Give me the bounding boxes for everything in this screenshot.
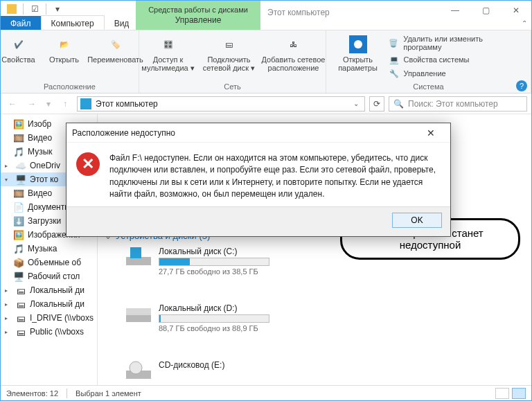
add-network-location-button[interactable]: 🖧Добавить сетевое расположение (262, 33, 326, 73)
this-pc-icon (80, 98, 91, 109)
drive-usage-bar (159, 314, 269, 323)
drive-icon (125, 247, 152, 267)
tree-item-icon: ☁️ (15, 160, 26, 171)
tab-view[interactable]: Вид (105, 16, 139, 31)
ribbon-collapse-icon[interactable]: ⌃ (522, 19, 527, 27)
drive-free-text: 27,7 ГБ свободно из 38,5 ГБ (159, 267, 269, 276)
tree-item[interactable]: 🖴I_DRIVE (\\vboxs (1, 311, 97, 325)
tab-file[interactable]: Файл (1, 16, 41, 31)
tree-item-label: Видео (28, 188, 52, 198)
search-input[interactable]: 🔍 Поиск: Этот компьютер (389, 96, 527, 112)
ribbon-tabs: Файл Компьютер Вид (1, 16, 139, 31)
tree-item-icon: 📦 (13, 257, 24, 268)
context-tab-title: Средства работы с дисками (148, 6, 248, 14)
tree-item-label: Этот ко (30, 175, 58, 184)
tree-item[interactable]: 📦Объемные об (1, 256, 97, 269)
dialog-title: Расположение недоступно (72, 128, 175, 138)
uninstall-program-button[interactable]: 🗑️Удалить или изменить программу (386, 33, 524, 53)
tree-item-icon: 🖼️ (13, 118, 24, 130)
tree-item[interactable]: 🖥️Рабочий стол (1, 269, 97, 283)
tree-item-icon: 🖴 (15, 326, 26, 337)
context-tab-disk-tools[interactable]: Средства работы с дисками Управление (136, 1, 260, 30)
address-dropdown-icon[interactable]: ⌄ (351, 100, 362, 107)
tree-item-icon: 🎞️ (13, 132, 24, 143)
svg-rect-6 (126, 308, 151, 315)
help-button[interactable]: ? (516, 80, 527, 91)
add-network-icon: 🖧 (284, 35, 303, 54)
maximize-button[interactable]: ▢ (470, 1, 501, 20)
rename-button[interactable]: 🏷️Переименовать (89, 33, 143, 65)
manage-button[interactable]: 🔧Управление (386, 66, 524, 80)
drive-icon (125, 360, 152, 381)
tree-item-label: Объемные об (28, 258, 81, 267)
drive-item[interactable]: Локальный диск (D:)88,7 ГБ свободно из 8… (125, 303, 326, 332)
dialog-ok-button[interactable]: OK (392, 213, 442, 228)
status-bar: Элементов: 12 Выбран 1 элемент (1, 385, 531, 400)
ribbon-group-location: Расположение (44, 81, 96, 93)
tree-item[interactable]: 🖴Локальный ди (1, 297, 97, 311)
address-bar[interactable]: Этот компьютер ⌄ (77, 96, 365, 112)
open-button[interactable]: 📂Открыть (43, 33, 86, 65)
search-icon: 🔍 (393, 99, 404, 109)
media-icon: 🎛️ (159, 35, 178, 54)
quick-access-toolbar: ☑ ▾ (1, 1, 64, 16)
drive-usage-bar (159, 258, 269, 266)
window-title: Этот компьютер (267, 8, 330, 17)
tree-item-label: Видео (28, 133, 52, 143)
drive-icon (125, 303, 152, 324)
view-details-button[interactable] (495, 388, 509, 399)
tree-item-label: Изобр (28, 119, 51, 129)
rename-icon: 🏷️ (106, 35, 125, 54)
qat-dropdown-icon[interactable]: ▾ (51, 2, 64, 16)
nav-back-button[interactable]: ← (5, 96, 20, 112)
error-dialog: Расположение недоступно ✕ ✕ Файл F:\ нед… (66, 123, 451, 237)
uninstall-icon: 🗑️ (389, 37, 400, 48)
tree-item-label: Локальный ди (30, 299, 85, 309)
tree-item-icon: 🖼️ (13, 229, 24, 240)
tree-item-label: Рабочий стол (28, 271, 80, 281)
tree-item-label: Загрузки (28, 216, 61, 226)
tab-computer[interactable]: Компьютер (41, 15, 105, 31)
nav-up-button[interactable]: ↑ (57, 96, 73, 112)
ribbon: ⌃ ✔️Свойства 📂Открыть 🏷️Переименовать Ра… (1, 30, 531, 93)
error-icon: ✕ (76, 152, 100, 176)
tree-item-icon: 🖴 (15, 285, 26, 296)
tree-item-icon: 🖥️ (15, 174, 26, 185)
nav-forward-button[interactable]: → (24, 96, 39, 112)
app-icon (5, 2, 19, 16)
settings-icon (348, 35, 368, 54)
open-settings-button[interactable]: Открыть параметры (333, 33, 383, 73)
view-tiles-button[interactable] (512, 388, 526, 399)
folder-open-icon: 📂 (55, 35, 74, 54)
dialog-text: Файл F:\ недоступен. Если он находится н… (109, 152, 441, 201)
svg-rect-0 (7, 4, 17, 14)
drive-free-text: 88,7 ГБ свободно из 88,9 ГБ (159, 324, 269, 332)
tree-item-label: Public (\\vboxs (30, 327, 84, 337)
dialog-close-button[interactable]: ✕ (417, 125, 445, 141)
tree-item[interactable]: 🖴Public (\\vboxs (1, 325, 97, 339)
tree-item-label: Локальный ди (30, 285, 85, 295)
ribbon-group-network: Сеть (224, 81, 240, 93)
drive-item[interactable]: CD-дисковод (E:) (125, 360, 326, 381)
system-properties-button[interactable]: 💻Свойства системы (386, 53, 524, 66)
status-item-count: Элементов: 12 (6, 389, 58, 398)
media-access-button[interactable]: 🎛️Доступ к мультимедиа ▾ (140, 33, 197, 74)
checkbox-icon[interactable]: ☑ (28, 2, 42, 16)
titlebar: ☑ ▾ Файл Компьютер Вид Средства работы с… (1, 1, 531, 30)
tree-item[interactable]: 🎵Музыка (1, 242, 97, 256)
refresh-button[interactable]: ⟳ (369, 96, 384, 112)
drive-item[interactable]: Локальный диск (C:)27,7 ГБ свободно из 3… (125, 247, 326, 276)
close-button[interactable]: ✕ (501, 1, 531, 20)
drive-name: CD-дисковод (E:) (159, 360, 224, 370)
tree-item[interactable]: 🖴Локальный ди (1, 283, 97, 297)
svg-point-2 (354, 40, 362, 48)
drive-name: Локальный диск (C:) (159, 247, 269, 256)
tree-item-icon: ⬇️ (13, 215, 24, 226)
tree-item-icon: 🖴 (15, 312, 26, 323)
tree-item-label: I_DRIVE (\\vboxs (30, 313, 94, 323)
nav-history-dropdown[interactable]: ▾ (44, 96, 53, 112)
properties-button[interactable]: ✔️Свойства (0, 33, 40, 65)
map-drive-button[interactable]: 🖴Подключить сетевой диск ▾ (200, 33, 259, 74)
status-selected-count: Выбран 1 элемент (76, 389, 141, 398)
minimize-button[interactable]: — (440, 1, 470, 20)
